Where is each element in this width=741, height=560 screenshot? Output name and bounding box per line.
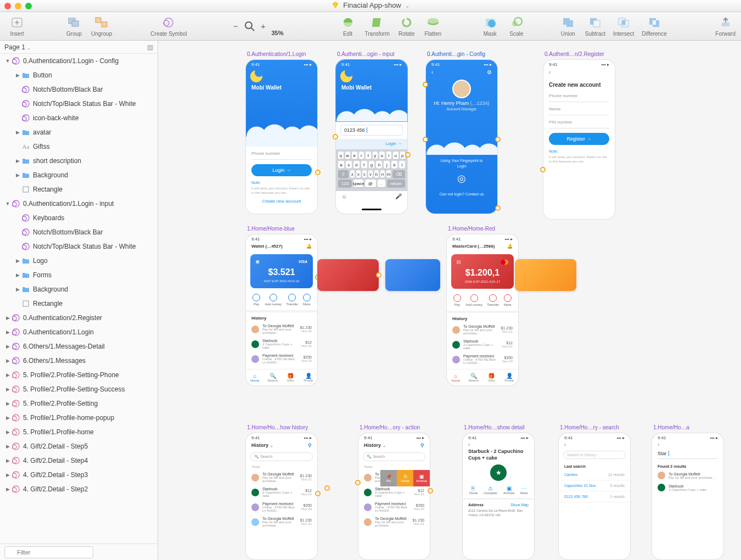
- quick-action[interactable]: Transfer: [487, 294, 499, 306]
- floating-card-red[interactable]: [317, 259, 379, 291]
- layer-row[interactable]: 0.Authentication/2.Register: [0, 311, 158, 325]
- transform-button[interactable]: Transform: [365, 16, 390, 37]
- quick-action[interactable]: More: [504, 294, 512, 306]
- artboard-label[interactable]: 0.Authentication/1.Login: [247, 51, 306, 57]
- layer-row[interactable]: 6.Others/1.Messages: [0, 354, 158, 368]
- wallet-card[interactable]: ▦VISA $3.521 4527 EXP 2021-NOV-22: [250, 254, 313, 288]
- bell-icon[interactable]: 🔔: [507, 244, 513, 249]
- phone-input[interactable]: Phone number: [549, 93, 609, 102]
- canvas[interactable]: 0.Authentication/1.Login 9:41••• ▸ Mobi …: [158, 41, 741, 560]
- difference-button[interactable]: Difference: [642, 16, 666, 37]
- zoom-out-button[interactable]: −: [231, 21, 241, 31]
- artboard-label[interactable]: 1.Home/Ho…show detail: [464, 424, 525, 430]
- history-row[interactable]: To Georgia MoffettPay for bill and your …: [246, 470, 317, 485]
- close-icon[interactable]: [4, 3, 11, 9]
- keyboard[interactable]: qwertyuiop asdfghjkl ⇧zxcvbnm⌫ 123 space…: [336, 149, 407, 191]
- history-row[interactable]: Starbuck2 Capuchino Cups + cake$12Nov 21: [246, 337, 317, 351]
- tab-gifts[interactable]: 🎁Gifts: [482, 369, 501, 385]
- layer-row[interactable]: Notch/Bottom/Black Bar: [0, 225, 158, 239]
- layer-row[interactable]: short description: [0, 154, 158, 168]
- quick-action[interactable]: Add money: [265, 294, 282, 306]
- layers-list[interactable]: 0.Authentication/1.Login - ConfigButtonN…: [0, 54, 158, 544]
- layer-row[interactable]: 5. Profile/2.Profile-Setting-Phone: [0, 368, 158, 382]
- mask-button[interactable]: Mask: [481, 16, 499, 37]
- history-row[interactable]: Payment receivedOnline · 4750 NE Belz Ln…: [246, 500, 317, 514]
- wallet-card[interactable]: |||| $1.200,1 2566 EXP 2022-JUN-17: [451, 254, 514, 289]
- layer-row[interactable]: Forms: [0, 268, 158, 282]
- register-button[interactable]: Register →: [549, 133, 609, 145]
- scale-button[interactable]: Scale: [507, 16, 526, 37]
- ungroup-button[interactable]: Ungroup: [91, 16, 112, 37]
- name-input[interactable]: Name: [549, 107, 609, 115]
- history-row[interactable]: To Georgia MoffettPay for bill and your …: [246, 322, 317, 337]
- layer-row[interactable]: icon-back-white: [0, 111, 158, 125]
- artboard-label[interactable]: 1.Home/Home-Red: [448, 226, 495, 232]
- tab-profile[interactable]: 👤Profile: [501, 369, 519, 385]
- back-icon[interactable]: ‹: [431, 69, 433, 75]
- quick-action[interactable]: Pay: [252, 294, 260, 306]
- history-row[interactable]: Payment receivedOnline · 4750 NE Belz Ln…: [447, 352, 518, 367]
- document-title[interactable]: Finacial App-show ⌄: [0, 1, 741, 9]
- union-button[interactable]: Union: [559, 16, 577, 37]
- flatten-button[interactable]: Flatten: [424, 16, 442, 37]
- layer-row[interactable]: 5. Profile/2.Profile-Setting: [0, 396, 158, 411]
- swipe-action[interactable]: ▣Archive: [413, 470, 430, 486]
- layer-row[interactable]: Notch/Bottom/Black Bar: [0, 82, 158, 97]
- back-icon[interactable]: ‹: [559, 440, 630, 449]
- history-row[interactable]: Starbuck2 Capuchino Cups + cake$12Nov 21: [246, 485, 317, 500]
- fingerprint-icon[interactable]: ◎: [426, 172, 497, 184]
- search-suggestion[interactable]: Capuchino 21 Nov5 results: [559, 480, 630, 491]
- history-row[interactable]: To Georgia MoffettPay for bill and your …: [447, 322, 518, 337]
- layer-row[interactable]: Background: [0, 282, 158, 296]
- swipe-action[interactable]: 📌Pin: [380, 470, 397, 486]
- back-icon[interactable]: ‹: [652, 440, 723, 449]
- intersect-button[interactable]: Intersect: [613, 16, 634, 37]
- layer-row[interactable]: Button: [0, 68, 158, 82]
- history-row[interactable]: To Georgia MoffettPay for bill and your …: [246, 514, 317, 529]
- back-icon[interactable]: ‹: [463, 440, 534, 449]
- artboard-home-red[interactable]: 1.Home/Home-Red 9:41••• ▸ MasterCard (…2…: [447, 234, 518, 385]
- zoom-in-button[interactable]: +: [259, 21, 268, 31]
- search-input[interactable]: Search in history…: [563, 451, 626, 459]
- create-account-link[interactable]: Create new account: [246, 199, 317, 204]
- layer-row[interactable]: 4. Gift/2.Detail - Step4: [0, 453, 158, 468]
- history-row[interactable]: To Georgia MoffettPay for bill and your …: [358, 470, 430, 485]
- layer-row[interactable]: 0.Authentication/1.Login - input: [0, 197, 158, 211]
- tab-search[interactable]: 🔍Search: [465, 369, 483, 385]
- artboard-label[interactable]: 1.Home/Ho…how history: [247, 424, 308, 430]
- filter-icon[interactable]: ⚲: [420, 443, 424, 448]
- mic-icon[interactable]: 🎤: [395, 193, 402, 199]
- artboard-label[interactable]: 0.Authenti…n/2.Register: [544, 51, 604, 57]
- layer-row[interactable]: Background: [0, 168, 158, 182]
- edit-button[interactable]: Edit: [339, 16, 357, 37]
- page-selector[interactable]: Page 1 ⌄ ▤: [0, 41, 158, 54]
- artboard-login-input[interactable]: 0.Authenti…ogin - input 9:41••• ▸ Mobi W…: [336, 60, 407, 214]
- layer-row[interactable]: 0.Authentication/1.Login: [0, 325, 158, 339]
- layer-row[interactable]: Rectangle: [0, 182, 158, 197]
- history-row[interactable]: Payment receivedOnline · 4750 NE Belz Ln…: [358, 500, 430, 514]
- login-button[interactable]: Login →: [251, 164, 312, 176]
- create-symbol-button[interactable]: Create Symbol: [150, 16, 187, 37]
- filter-input[interactable]: [4, 546, 93, 558]
- search-input[interactable]: 🔍 Search: [250, 452, 313, 461]
- artboard-label[interactable]: 1.Home/Home-blue: [247, 226, 295, 232]
- layer-row[interactable]: 5. Profile/1.Profile-home-popup: [0, 411, 158, 425]
- swipe-action[interactable]: ⎘Clone: [397, 470, 413, 486]
- quick-action[interactable]: Transfer: [286, 294, 298, 306]
- pages-toggle-icon[interactable]: ▤: [147, 43, 153, 51]
- layer-row[interactable]: Notch/Top/Black Status Bar - White: [0, 239, 158, 254]
- group-button[interactable]: Group: [65, 16, 83, 37]
- gear-icon[interactable]: ⚙: [487, 69, 492, 75]
- insert-button[interactable]: Insert: [8, 16, 26, 37]
- tab-gifts[interactable]: 🎁Gifts: [282, 369, 300, 385]
- layer-row[interactable]: 0.Authentication/1.Login - Config: [0, 54, 158, 68]
- zoom-control[interactable]: − +: [231, 21, 268, 32]
- phone-value[interactable]: 0123 456: [344, 127, 365, 133]
- history-row[interactable]: Starbuck2 Capuchino Cups + cake$12Nov 21: [447, 337, 518, 352]
- pin-input[interactable]: PIN number: [549, 120, 609, 128]
- artboard-home-blue[interactable]: 1.Home/Home-blue 9:41••• ▸ Wallet (…4527…: [246, 234, 317, 385]
- layer-row[interactable]: 4. Gift/2.Detail - Step5: [0, 439, 158, 453]
- search-input[interactable]: 🔍 Search: [363, 452, 425, 461]
- filter-icon[interactable]: ⚲: [308, 443, 312, 448]
- floating-card-orange[interactable]: [515, 259, 576, 291]
